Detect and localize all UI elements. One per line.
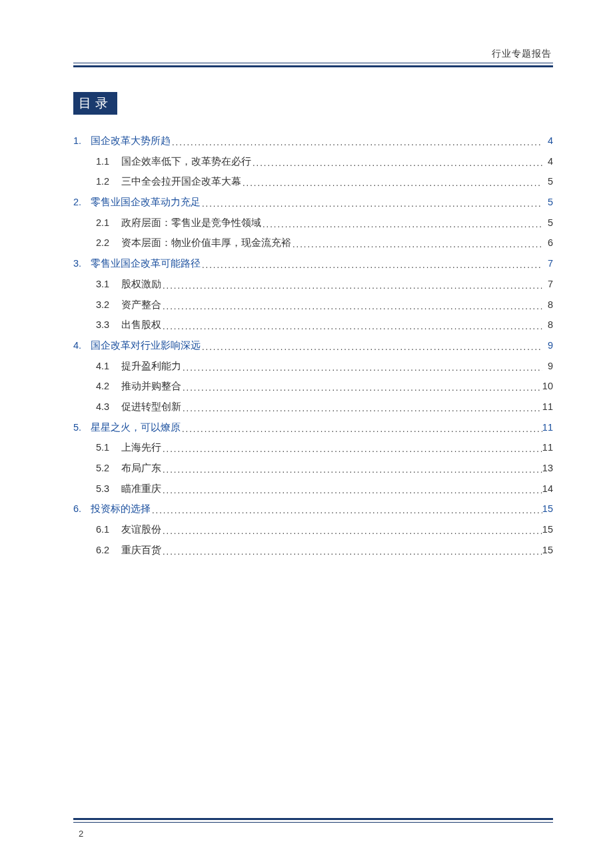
toc-entry-title: 国企改革大势所趋 — [91, 133, 171, 149]
toc-entry-leaders — [181, 423, 542, 437]
toc-entry[interactable]: 3.3出售股权8 — [73, 317, 553, 333]
toc-entry-leaders — [181, 361, 542, 375]
toc-entry-leaders — [261, 218, 542, 232]
toc-entry[interactable]: 2.1政府层面：零售业是竞争性领域5 — [73, 215, 553, 231]
toc-entry-title: 重庆百货 — [121, 543, 161, 558]
toc-entry-leaders — [291, 238, 542, 252]
toc-entry-title: 提升盈利能力 — [121, 359, 181, 374]
toc-entry-leaders — [161, 545, 542, 559]
toc-entry-title: 瞄准重庆 — [121, 481, 161, 497]
toc-entry-leaders — [161, 300, 542, 314]
document-type-label: 行业专题报告 — [492, 48, 552, 60]
toc-entry-page: 8 — [542, 317, 553, 333]
toc-entry-number: 4. — [73, 338, 91, 353]
table-of-contents: 1.国企改革大势所趋41.1国企效率低下，改革势在必行41.2三中全会拉开国企改… — [73, 133, 553, 558]
toc-entry-title: 零售业国企改革动力充足 — [91, 195, 201, 210]
toc-entry-number: 4.3 — [96, 399, 121, 415]
toc-entry-title: 股权激励 — [121, 277, 161, 292]
toc-entry-number: 6.1 — [96, 522, 121, 537]
toc-entry-leaders — [251, 157, 542, 171]
toc-entry-number: 2.2 — [96, 235, 121, 251]
toc-entry-number: 6. — [73, 501, 91, 517]
toc-entry[interactable]: 5.1上海先行11 — [73, 440, 553, 455]
document-page: 行业专题报告 目录 1.国企改革大势所趋41.1国企效率低下，改革势在必行41.… — [0, 0, 613, 868]
toc-entry-page: 15 — [542, 522, 553, 537]
toc-entry-page: 5 — [542, 195, 553, 210]
toc-entry-number: 1.2 — [96, 174, 121, 189]
page-number: 2 — [79, 829, 83, 839]
toc-entry-page: 7 — [542, 277, 553, 292]
toc-entry-title: 布局广东 — [121, 461, 161, 476]
toc-entry-page: 6 — [542, 235, 553, 251]
toc-entry-number: 5.2 — [96, 461, 121, 476]
toc-entry-title: 推动并购整合 — [121, 379, 181, 394]
toc-entry[interactable]: 6.1友谊股份15 — [73, 522, 553, 537]
toc-entry[interactable]: 6.2重庆百货15 — [73, 543, 553, 558]
toc-entry[interactable]: 4.3促进转型创新11 — [73, 399, 553, 415]
toc-entry-page: 4 — [542, 133, 553, 149]
toc-entry[interactable]: 6.投资标的选择15 — [73, 501, 553, 517]
toc-entry-number: 6.2 — [96, 543, 121, 558]
toc-entry-number: 1. — [73, 133, 91, 149]
footer-rule-thin — [73, 822, 553, 823]
header-rule-thin — [73, 63, 553, 63]
toc-entry-number: 4.2 — [96, 379, 121, 394]
toc-entry-number: 2.1 — [96, 215, 121, 231]
toc-entry-leaders — [181, 381, 542, 395]
toc-entry[interactable]: 1.1国企效率低下，改革势在必行4 — [73, 154, 553, 169]
toc-entry[interactable]: 5.2布局广东13 — [73, 461, 553, 476]
toc-entry-leaders — [161, 463, 542, 477]
toc-entry-number: 2. — [73, 195, 91, 210]
toc-entry-page: 10 — [542, 379, 553, 394]
toc-entry[interactable]: 1.2三中全会拉开国企改革大幕5 — [73, 174, 553, 189]
toc-entry[interactable]: 1.国企改革大势所趋4 — [73, 133, 553, 149]
toc-entry[interactable]: 4.2推动并购整合10 — [73, 379, 553, 394]
toc-entry-leaders — [161, 484, 542, 498]
toc-entry[interactable]: 5.3瞄准重庆14 — [73, 481, 553, 497]
toc-entry-leaders — [151, 504, 542, 518]
toc-entry-title: 友谊股份 — [121, 522, 161, 537]
toc-entry-number: 3.1 — [96, 277, 121, 292]
toc-entry-page: 14 — [542, 481, 553, 497]
toc-entry-page: 11 — [542, 440, 553, 455]
toc-entry[interactable]: 2.零售业国企改革动力充足5 — [73, 195, 553, 210]
toc-entry-title: 三中全会拉开国企改革大幕 — [121, 174, 241, 189]
toc-entry-title: 国企效率低下，改革势在必行 — [121, 154, 251, 169]
toc-entry[interactable]: 4.国企改革对行业影响深远9 — [73, 338, 553, 353]
toc-entry-page: 9 — [542, 359, 553, 374]
toc-entry[interactable]: 3.2资产整合8 — [73, 297, 553, 313]
toc-entry[interactable]: 3.1股权激励7 — [73, 277, 553, 292]
toc-entry-leaders — [201, 341, 542, 355]
toc-entry-leaders — [161, 320, 542, 334]
toc-entry[interactable]: 5.星星之火，可以燎原11 — [73, 420, 553, 435]
toc-heading: 目录 — [73, 92, 117, 115]
header-rule — [73, 65, 553, 67]
toc-entry-page: 4 — [542, 154, 553, 169]
toc-entry-leaders — [161, 279, 542, 293]
toc-entry-page: 11 — [542, 399, 553, 415]
toc-entry-title: 政府层面：零售业是竞争性领域 — [121, 215, 261, 231]
toc-entry-title: 国企改革对行业影响深远 — [91, 338, 201, 353]
toc-entry-number: 3.3 — [96, 317, 121, 333]
toc-entry-page: 15 — [542, 501, 553, 517]
toc-entry-title: 出售股权 — [121, 317, 161, 333]
toc-entry-number: 1.1 — [96, 154, 121, 169]
toc-entry-number: 4.1 — [96, 359, 121, 374]
toc-entry-number: 3.2 — [96, 297, 121, 313]
toc-entry-page: 8 — [542, 297, 553, 313]
toc-entry[interactable]: 3.零售业国企改革可能路径7 — [73, 256, 553, 271]
toc-entry-page: 9 — [542, 338, 553, 353]
toc-entry-leaders — [201, 259, 542, 273]
toc-entry-leaders — [201, 197, 542, 211]
toc-entry-title: 零售业国企改革可能路径 — [91, 256, 201, 271]
toc-entry-page: 5 — [542, 215, 553, 231]
toc-entry-number: 5. — [73, 420, 91, 435]
toc-entry-leaders — [181, 402, 542, 416]
toc-entry-title: 资产整合 — [121, 297, 161, 313]
toc-entry[interactable]: 2.2资本层面：物业价值丰厚，现金流充裕6 — [73, 235, 553, 251]
toc-entry[interactable]: 4.1提升盈利能力9 — [73, 359, 553, 374]
toc-entry-page: 7 — [542, 256, 553, 271]
toc-entry-title: 上海先行 — [121, 440, 161, 455]
toc-entry-leaders — [161, 525, 542, 539]
toc-entry-page: 5 — [542, 174, 553, 189]
